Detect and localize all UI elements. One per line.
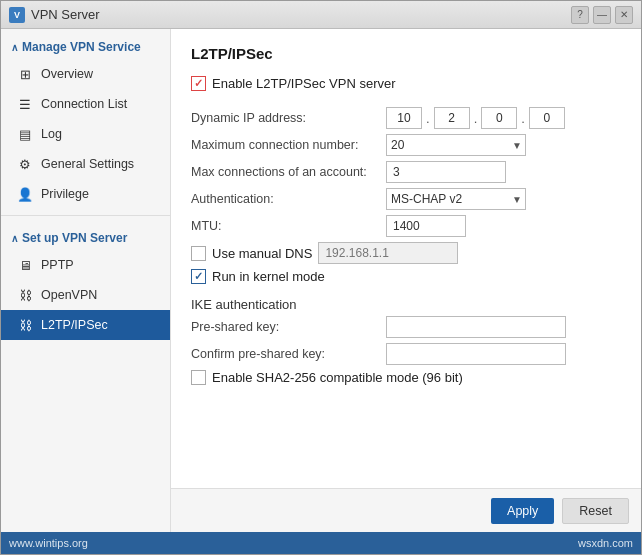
enable-label: Enable L2TP/IPSec VPN server [212, 76, 396, 91]
setup-chevron-icon: ∧ [11, 233, 18, 244]
sidebar-item-openvpn[interactable]: ⛓ OpenVPN [1, 280, 170, 310]
sha2-label: Enable SHA2-256 compatible mode (96 bit) [212, 370, 463, 385]
l2tp-icon: ⛓ [17, 317, 33, 333]
kernel-mode-label: Run in kernel mode [212, 269, 325, 284]
sidebar-item-privilege[interactable]: 👤 Privilege [1, 179, 170, 209]
manage-section-header[interactable]: ∧ Manage VPN Service [1, 35, 170, 59]
max-acct-label: Max connections of an account: [191, 165, 386, 179]
setup-section-header[interactable]: ∧ Set up VPN Server [1, 226, 170, 250]
sidebar: ∧ Manage VPN Service ⊞ Overview ☰ Connec… [1, 29, 171, 532]
ip-octet-2[interactable] [434, 107, 470, 129]
app-icon: V [9, 7, 25, 23]
confirm-psk-label: Confirm pre-shared key: [191, 347, 386, 361]
ip-sep-1: . [426, 111, 430, 126]
mtu-control [386, 215, 466, 237]
enable-checkbox[interactable] [191, 76, 206, 91]
dynamic-ip-row: Dynamic IP address: . . . [191, 107, 621, 129]
apply-button[interactable]: Apply [491, 498, 554, 524]
sidebar-item-connection-list[interactable]: ☰ Connection List [1, 89, 170, 119]
page-title: L2TP/IPSec [191, 45, 621, 62]
max-conn-label: Maximum connection number: [191, 138, 386, 152]
manual-dns-label: Use manual DNS [212, 246, 312, 261]
auth-label: Authentication: [191, 192, 386, 206]
manage-section: ∧ Manage VPN Service ⊞ Overview ☰ Connec… [1, 29, 170, 211]
setup-section: ∧ Set up VPN Server 🖥 PPTP ⛓ OpenVPN ⛓ L… [1, 220, 170, 342]
pptp-icon: 🖥 [17, 257, 33, 273]
log-icon: ▤ [17, 126, 33, 142]
dns-input[interactable] [318, 242, 458, 264]
kernel-mode-checkbox[interactable] [191, 269, 206, 284]
bottom-url: www.wintips.org [9, 537, 88, 549]
sidebar-item-label: Privilege [41, 187, 89, 201]
mtu-label: MTU: [191, 219, 386, 233]
sidebar-item-label: Overview [41, 67, 93, 81]
max-acct-row: Max connections of an account: [191, 161, 621, 183]
help-button[interactable]: ? [571, 6, 589, 24]
dynamic-ip-label: Dynamic IP address: [191, 111, 386, 125]
max-conn-select[interactable]: 20 10 30 [386, 134, 526, 156]
max-conn-row: Maximum connection number: 20 10 30 ▼ [191, 134, 621, 156]
privilege-icon: 👤 [17, 186, 33, 202]
panel-footer: Apply Reset [171, 488, 641, 532]
max-conn-select-wrapper: 20 10 30 ▼ [386, 134, 526, 156]
sha2-checkbox[interactable] [191, 370, 206, 385]
vpn-server-window: V VPN Server ? — ✕ ∧ Manage VPN Service … [0, 0, 642, 555]
sidebar-divider [1, 215, 170, 216]
sidebar-item-log[interactable]: ▤ Log [1, 119, 170, 149]
confirm-psk-input[interactable] [386, 343, 566, 365]
kernel-mode-row: Run in kernel mode [191, 269, 621, 284]
confirm-psk-row: Confirm pre-shared key: [191, 343, 621, 365]
confirm-psk-control [386, 343, 566, 365]
sidebar-item-label: OpenVPN [41, 288, 97, 302]
ip-octet-4[interactable] [529, 107, 565, 129]
reset-button[interactable]: Reset [562, 498, 629, 524]
sidebar-item-label: General Settings [41, 157, 134, 171]
sidebar-item-label: Log [41, 127, 62, 141]
titlebar: V VPN Server ? — ✕ [1, 1, 641, 29]
close-button[interactable]: ✕ [615, 6, 633, 24]
overview-icon: ⊞ [17, 66, 33, 82]
psk-input[interactable] [386, 316, 566, 338]
sidebar-item-label: Connection List [41, 97, 127, 111]
sidebar-item-general-settings[interactable]: ⚙ General Settings [1, 149, 170, 179]
auth-row: Authentication: MS-CHAP v2 PAP CHAP ▼ [191, 188, 621, 210]
panel-content: L2TP/IPSec Enable L2TP/IPSec VPN server … [171, 29, 641, 488]
sha2-row: Enable SHA2-256 compatible mode (96 bit) [191, 370, 621, 385]
max-acct-control [386, 161, 506, 183]
minimize-button[interactable]: — [593, 6, 611, 24]
dynamic-ip-control: . . . [386, 107, 565, 129]
auth-control: MS-CHAP v2 PAP CHAP ▼ [386, 188, 526, 210]
panel: L2TP/IPSec Enable L2TP/IPSec VPN server … [171, 29, 641, 532]
manual-dns-row: Use manual DNS [191, 242, 621, 264]
ip-octet-1[interactable] [386, 107, 422, 129]
sidebar-item-label: PPTP [41, 258, 74, 272]
auth-select[interactable]: MS-CHAP v2 PAP CHAP [386, 188, 526, 210]
bottom-bar: www.wintips.org wsxdn.com [1, 532, 641, 554]
manage-chevron-icon: ∧ [11, 42, 18, 53]
ip-sep-2: . [474, 111, 478, 126]
sidebar-item-pptp[interactable]: 🖥 PPTP [1, 250, 170, 280]
max-conn-control: 20 10 30 ▼ [386, 134, 526, 156]
openvpn-icon: ⛓ [17, 287, 33, 303]
sidebar-item-label: L2TP/IPSec [41, 318, 108, 332]
sidebar-item-l2tp[interactable]: ⛓ L2TP/IPSec [1, 310, 170, 340]
psk-control [386, 316, 566, 338]
mtu-input[interactable] [386, 215, 466, 237]
bottom-logo: wsxdn.com [578, 537, 633, 549]
ike-section-label: IKE authentication [191, 289, 621, 316]
manage-section-label: Manage VPN Service [22, 40, 141, 54]
mtu-row: MTU: [191, 215, 621, 237]
titlebar-controls: ? — ✕ [571, 6, 633, 24]
max-acct-input[interactable] [386, 161, 506, 183]
enable-row: Enable L2TP/IPSec VPN server [191, 76, 621, 91]
ip-octet-3[interactable] [481, 107, 517, 129]
psk-row: Pre-shared key: [191, 316, 621, 338]
main-content: ∧ Manage VPN Service ⊞ Overview ☰ Connec… [1, 29, 641, 532]
setup-section-label: Set up VPN Server [22, 231, 127, 245]
manual-dns-checkbox[interactable] [191, 246, 206, 261]
ip-sep-3: . [521, 111, 525, 126]
psk-label: Pre-shared key: [191, 320, 386, 334]
titlebar-left: V VPN Server [9, 7, 100, 23]
sidebar-item-overview[interactable]: ⊞ Overview [1, 59, 170, 89]
settings-icon: ⚙ [17, 156, 33, 172]
